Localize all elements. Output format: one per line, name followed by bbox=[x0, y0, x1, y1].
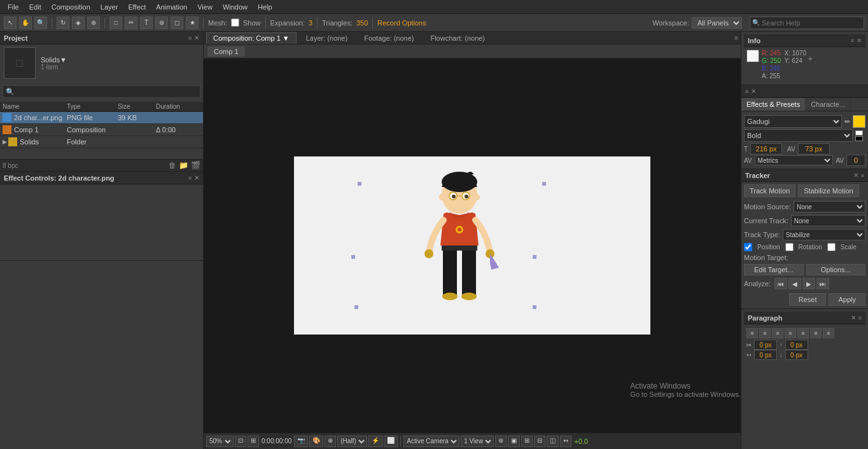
tool-clone[interactable]: ⊛ bbox=[155, 17, 168, 29]
stabilize-motion-btn[interactable]: Stabilize Motion bbox=[798, 184, 859, 197]
menu-help[interactable]: Help bbox=[253, 2, 277, 12]
project-row-comp[interactable]: Comp 1 Composition Δ 0:00 bbox=[0, 124, 203, 136]
tool-text[interactable]: T bbox=[140, 17, 153, 29]
tab-effects-presets[interactable]: Effects & Presets bbox=[741, 98, 806, 111]
trash-icon[interactable]: 🗑 bbox=[169, 161, 176, 170]
info-options-icon[interactable]: ≡ bbox=[851, 38, 854, 44]
align-center-btn[interactable]: ≡ bbox=[759, 328, 771, 338]
effects-close-icon[interactable]: ✕ bbox=[751, 88, 756, 95]
motion-blur-btn[interactable]: ↭ bbox=[560, 436, 571, 447]
tool-zoom[interactable]: 🔍 bbox=[34, 17, 47, 29]
tool-rotate[interactable]: ↻ bbox=[57, 17, 69, 29]
align-right-btn[interactable]: ≡ bbox=[772, 328, 783, 338]
scale-checkbox[interactable] bbox=[827, 243, 836, 251]
tool-camera[interactable]: ◈ bbox=[72, 17, 85, 29]
fast-preview-btn[interactable]: ⚡ bbox=[368, 436, 382, 447]
quality-select[interactable]: (Half) bbox=[337, 436, 367, 447]
tool-puppet[interactable]: ★ bbox=[186, 17, 199, 29]
3d-view-btn[interactable]: ▣ bbox=[508, 436, 520, 447]
comp1-tab[interactable]: Comp 1 bbox=[207, 46, 245, 57]
project-row-solids[interactable]: ▶ Solids Folder bbox=[0, 136, 203, 148]
menu-layer[interactable]: Layer bbox=[95, 2, 123, 12]
viewer-menu-icon[interactable]: ≡ bbox=[734, 34, 738, 41]
view-select[interactable]: 1 View bbox=[461, 436, 494, 447]
menu-window[interactable]: Window bbox=[218, 2, 253, 12]
rotation-checkbox[interactable] bbox=[785, 243, 794, 251]
guide-btn[interactable]: ⊟ bbox=[534, 436, 545, 447]
new-folder-icon[interactable]: 📁 bbox=[179, 161, 188, 170]
analyze-back-far-btn[interactable]: ⏮ bbox=[774, 278, 787, 289]
camera-snapshot-icon[interactable]: 📷 bbox=[294, 436, 308, 447]
justify-last-left-btn[interactable]: ≡ bbox=[797, 328, 809, 338]
menu-effect[interactable]: Effect bbox=[123, 2, 151, 12]
analyze-back-btn[interactable]: ◀ bbox=[788, 278, 801, 289]
edit-target-btn[interactable]: Edit Target... bbox=[744, 264, 804, 275]
effect-close-icon[interactable]: ✕ bbox=[194, 174, 199, 181]
info-close-icon[interactable]: ✕ bbox=[857, 37, 862, 44]
options-btn[interactable]: Options... bbox=[806, 264, 866, 275]
indent-right-input[interactable] bbox=[754, 350, 777, 360]
position-checkbox[interactable] bbox=[744, 243, 752, 251]
current-track-select[interactable]: None bbox=[791, 215, 865, 226]
paragraph-close-icon[interactable]: ✕ bbox=[851, 314, 856, 321]
mesh-checkbox[interactable] bbox=[231, 18, 239, 27]
tool-select[interactable]: ↖ bbox=[4, 17, 17, 29]
tab-layer[interactable]: Layer: (none) bbox=[299, 32, 354, 44]
track-motion-btn[interactable]: Track Motion bbox=[744, 184, 795, 197]
analyze-fwd-far-btn[interactable]: ⏭ bbox=[816, 278, 829, 289]
zoom-select[interactable]: 50% bbox=[206, 436, 234, 447]
menu-composition[interactable]: Composition bbox=[46, 2, 95, 12]
analyze-fwd-btn[interactable]: ▶ bbox=[802, 278, 815, 289]
menu-animation[interactable]: Animation bbox=[151, 2, 192, 12]
paragraph-options-icon[interactable]: ≡ bbox=[858, 315, 862, 321]
tracker-options-icon[interactable]: ≡ bbox=[861, 172, 864, 179]
tool-eraser[interactable]: ◻ bbox=[171, 17, 183, 29]
metrics-select[interactable]: Metrics bbox=[755, 155, 834, 165]
comp-options-btn[interactable]: ⊛ bbox=[495, 436, 507, 447]
tool-rect[interactable]: □ bbox=[109, 17, 122, 29]
new-comp-icon[interactable]: 🎬 bbox=[191, 161, 200, 170]
show-channel-icon[interactable]: 🎨 bbox=[309, 436, 323, 447]
project-close-icon[interactable]: ✕ bbox=[194, 34, 199, 41]
tab-footage[interactable]: Footage: (none) bbox=[357, 32, 421, 44]
menu-edit[interactable]: Edit bbox=[24, 2, 46, 12]
space-before-input[interactable] bbox=[785, 340, 808, 350]
fit-btn[interactable]: ⊡ bbox=[235, 436, 246, 447]
record-options-btn[interactable]: Record Options bbox=[377, 19, 426, 27]
camera-select[interactable]: Active Camera bbox=[403, 436, 459, 447]
style-select[interactable]: Bold bbox=[744, 129, 853, 142]
tool-hand[interactable]: ✋ bbox=[19, 17, 32, 29]
pixel-btn[interactable]: ⊞ bbox=[248, 436, 259, 447]
motion-source-select[interactable]: None bbox=[794, 201, 865, 212]
justify-btn[interactable]: ≡ bbox=[785, 328, 796, 338]
track-type-select[interactable]: Stabilize bbox=[783, 229, 865, 240]
kerning-input[interactable] bbox=[798, 143, 830, 155]
tab-flowchart[interactable]: Flowchart: (none) bbox=[423, 32, 492, 44]
font-size-input[interactable] bbox=[750, 143, 782, 155]
project-search-input[interactable] bbox=[3, 85, 200, 98]
resolution-btn[interactable]: ⊕ bbox=[325, 436, 336, 447]
tracker-apply-btn[interactable]: Apply bbox=[829, 293, 865, 306]
project-options-icon[interactable]: ≡ bbox=[188, 35, 192, 41]
font-color-box[interactable] bbox=[853, 115, 865, 128]
tracking-input[interactable] bbox=[846, 155, 865, 166]
tool-pen[interactable]: ✏ bbox=[125, 17, 137, 29]
tab-composition[interactable]: Composition: Comp 1 ▼ bbox=[206, 32, 297, 44]
search-input[interactable] bbox=[750, 17, 864, 29]
indent-left-input[interactable] bbox=[754, 340, 777, 350]
tab-character[interactable]: Characte... bbox=[806, 98, 851, 111]
align-left-btn[interactable]: ≡ bbox=[746, 328, 758, 338]
tool-pan[interactable]: ⊕ bbox=[87, 17, 100, 29]
tracker-reset-btn[interactable]: Reset bbox=[789, 293, 827, 306]
transparency-btn[interactable]: ⬜ bbox=[384, 436, 398, 447]
mask-btn[interactable]: ◫ bbox=[547, 436, 559, 447]
workspace-select[interactable]: All Panels bbox=[692, 17, 742, 29]
project-row-png[interactable]: 2d char...er.png PNG file 39 KB bbox=[0, 112, 203, 124]
grid-btn[interactable]: ⊞ bbox=[521, 436, 533, 447]
pencil-icon[interactable]: ✏ bbox=[844, 118, 850, 126]
tracker-close-icon[interactable]: ✕ bbox=[853, 172, 858, 179]
justify-last-right-btn[interactable]: ≡ bbox=[810, 328, 822, 338]
font-select[interactable]: Gadugi bbox=[744, 115, 842, 128]
effects-options-icon[interactable]: ≡ bbox=[745, 88, 748, 95]
justify-all-btn[interactable]: ≡ bbox=[823, 328, 834, 338]
